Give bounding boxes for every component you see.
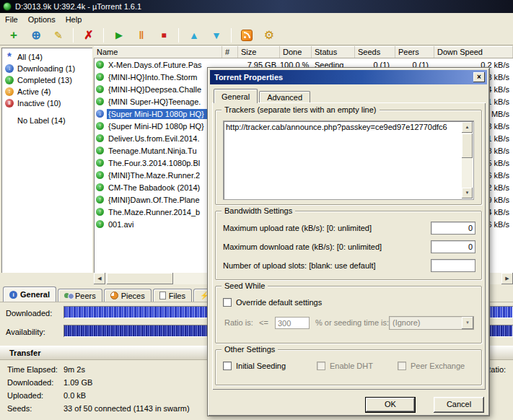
seeding-time-select[interactable]: (Ignore) ▼ (389, 316, 474, 330)
scroll-up-icon[interactable]: ▲ (462, 122, 473, 133)
add-from-url-button[interactable]: ⊕ (27, 27, 45, 43)
initial-seeding-checkbox[interactable] (223, 362, 232, 370)
seeding-status-icon: ↑ (96, 146, 104, 154)
column-header-peers[interactable]: Peers (395, 46, 434, 58)
seeds-value: 33 of 50 connected (1143 in swarm) (63, 404, 190, 413)
seeding-time-label: % or seeding time is: (315, 318, 389, 327)
seeding-status-icon: ↑ (96, 97, 104, 105)
utorrent-logo-icon (3, 2, 12, 11)
availability-bar-label: Availability: (6, 328, 45, 336)
scrollbar-thumb[interactable] (107, 273, 173, 284)
torrent-name: {MINI}The.Maze.Runner.2 (107, 170, 222, 180)
max-download-rate-field[interactable] (431, 240, 475, 253)
sidebar-item-inactive[interactable]: ‖ Inactive (10) (1, 97, 92, 109)
enable-dht-checkbox[interactable] (317, 362, 325, 370)
column-header-done[interactable]: Done (280, 46, 312, 58)
remove-torrent-button[interactable]: ✗ (79, 27, 98, 43)
menu-help[interactable]: Help (61, 14, 87, 25)
menubar: File Options Help (0, 13, 513, 25)
move-up-button[interactable]: ▲ (185, 27, 203, 43)
max-upload-rate-field[interactable] (431, 222, 475, 235)
torrent-name: The.Maze.Runner.2014_b (107, 207, 222, 217)
tab-general[interactable]: i General (3, 286, 56, 302)
close-icon[interactable]: × (473, 72, 485, 82)
sidebar-gap (1, 109, 92, 115)
move-down-button[interactable]: ▼ (207, 27, 226, 43)
preferences-button[interactable]: ⚙ (260, 27, 279, 43)
column-header-name[interactable]: Name (94, 46, 222, 58)
inactive-filter-icon: ‖ (5, 99, 14, 108)
tab-pieces[interactable]: Pieces (104, 289, 152, 302)
sidebar-item-all[interactable]: * All (14) (1, 51, 92, 63)
rss-downloader-button[interactable] (237, 27, 256, 43)
sidebar-item-active[interactable]: ↕ Active (4) (1, 86, 92, 97)
seeding-status-icon: ↑ (96, 73, 104, 81)
column-header-down-speed[interactable]: Down Speed (434, 46, 513, 58)
window-titlebar[interactable]: D:3013.9k U:392.4k - µTorrent 1.6.1 (0, 0, 513, 13)
ratio-is-label: Ratio is: (224, 318, 253, 327)
column-header-status[interactable]: Status (312, 46, 355, 58)
dialog-tab-advanced[interactable]: Advanced (259, 91, 310, 103)
dialog-tab-general[interactable]: General (214, 89, 258, 103)
override-default-checkbox[interactable] (223, 298, 232, 307)
column-header-seeds[interactable]: Seeds (355, 46, 395, 58)
chevron-down-icon[interactable]: ▼ (462, 317, 473, 329)
seeding-status-icon: ↑ (96, 220, 104, 228)
column-header-number[interactable]: # (222, 46, 238, 58)
torrent-list-header: Name # Size Done Status Seeds Peers Down… (94, 46, 513, 58)
stop-torrent-button[interactable]: ■ (154, 27, 173, 43)
seeding-status-icon: ↑ (96, 85, 104, 93)
column-header-size[interactable]: Size (238, 46, 280, 58)
torrent-name: {Super Mini-HD 1080p HQ} (107, 109, 222, 119)
add-torrent-button[interactable]: + (4, 27, 23, 43)
pie-icon (110, 292, 118, 299)
torrent-name: The.Four.3.2014.1080p.Bl (107, 158, 222, 168)
override-default-label: Override default settings (236, 298, 322, 307)
toolbar-separator (73, 28, 74, 43)
all-filter-icon: * (5, 53, 14, 61)
seeding-status-icon: ↑ (96, 196, 104, 204)
seeding-status-icon: ↑ (96, 61, 104, 69)
menu-file[interactable]: File (0, 14, 23, 25)
cancel-button[interactable]: Cancel (434, 397, 484, 413)
sidebar-item-label: All (14) (17, 53, 43, 61)
scrollbar-thumb[interactable] (462, 134, 473, 158)
seeding-status-icon: ↑ (96, 183, 104, 191)
max-download-rate-label: Maximum download rate (kB/s): [0: unlimi… (223, 242, 382, 251)
peer-exchange-checkbox[interactable] (398, 362, 406, 370)
no-label-icon (5, 116, 14, 125)
toolbar-separator (178, 28, 179, 43)
textarea-vertical-scrollbar[interactable]: ▲ ▼ (462, 122, 473, 198)
sidebar-item-label: Completed (13) (17, 76, 72, 84)
ratio-value-field[interactable] (275, 317, 310, 329)
scroll-right-icon[interactable]: ▶ (501, 273, 513, 284)
torrent-properties-dialog: Torrent Properties × General Advanced Tr… (207, 67, 490, 416)
upload-slots-field[interactable] (431, 259, 475, 272)
menu-options[interactable]: Options (23, 14, 61, 25)
torrent-name: Teenage.Mutant.Ninja.Tu (107, 146, 222, 156)
tab-peers[interactable]: Peers (58, 289, 102, 302)
seeding-status-icon: ↑ (96, 122, 104, 130)
downloaded-value: 1.09 GB (63, 378, 92, 387)
tab-files[interactable]: Files (153, 289, 192, 302)
sidebar-item-label: Downloading (1) (17, 64, 75, 73)
time-elapsed-value: 9m 2s (63, 365, 85, 374)
enable-dht-label: Enable DHT (330, 362, 373, 370)
ok-button[interactable]: OK (365, 397, 416, 413)
sidebar-item-downloading[interactable]: ↓ Downloading (1) (1, 63, 92, 74)
start-torrent-button[interactable]: ▶ (110, 27, 128, 43)
peer-exchange-label: Peer Exchange (411, 362, 465, 370)
seeding-status-icon: ↑ (96, 134, 104, 142)
pause-torrent-button[interactable]: ‖ (132, 27, 151, 43)
sidebar-item-no-label[interactable]: No Label (14) (1, 115, 92, 126)
toolbar-separator (103, 28, 104, 43)
downloading-filter-icon: ↓ (5, 64, 14, 73)
dialog-tab-page: Trackers (separate tiers with an empty l… (212, 102, 486, 390)
dialog-titlebar[interactable]: Torrent Properties × (210, 70, 487, 84)
scroll-down-icon[interactable]: ▼ (462, 188, 473, 198)
sidebar-item-completed[interactable]: ↑ Completed (13) (1, 74, 92, 86)
create-torrent-button[interactable]: ✎ (49, 27, 68, 43)
scroll-left-icon[interactable]: ◀ (94, 273, 105, 284)
trackers-textarea[interactable]: http://tracker.cab/announce.php?passkey=… (223, 121, 474, 200)
torrent-name: {MINI Super-HQ}Teenage. (107, 97, 222, 107)
